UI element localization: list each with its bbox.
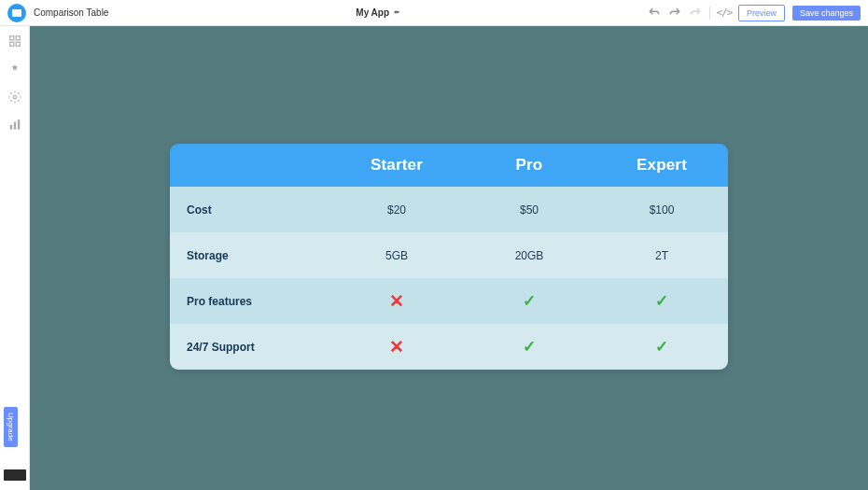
- svg-rect-0: [9, 36, 13, 40]
- preview-button[interactable]: Preview: [738, 5, 785, 21]
- grid-icon[interactable]: [7, 34, 22, 49]
- component-name: Comparison Table: [34, 7, 108, 18]
- upgrade-button[interactable]: Upgrade: [4, 407, 18, 447]
- topbar-actions: </> Preview Save changes: [648, 5, 861, 21]
- column-header: Starter: [330, 144, 463, 187]
- cell-value: 2T: [595, 232, 728, 278]
- svg-rect-3: [16, 42, 20, 46]
- row-label: Pro features: [170, 278, 330, 324]
- undo-icon[interactable]: [648, 7, 661, 20]
- cell-value: 5GB: [330, 232, 463, 278]
- cell-value: ✓: [595, 278, 728, 324]
- svg-point-4: [13, 95, 17, 99]
- save-changes-button[interactable]: Save changes: [792, 6, 861, 21]
- cell-value: ✓: [463, 278, 595, 324]
- cell-value: ✕: [330, 278, 463, 324]
- table-header-row: Starter Pro Expert: [170, 144, 728, 187]
- divider: [709, 7, 710, 20]
- cell-value: $20: [330, 187, 463, 232]
- table-row: 24/7 Support✕✓✓: [170, 324, 728, 370]
- column-header: Expert: [595, 144, 728, 187]
- pin-icon[interactable]: [7, 62, 22, 77]
- table-body: Cost$20$50$100Storage5GB20GB2TPro featur…: [170, 187, 728, 370]
- table-row: Storage5GB20GB2T: [170, 232, 728, 278]
- cell-value: $50: [463, 187, 595, 232]
- column-header: Pro: [463, 144, 595, 187]
- cell-value: $100: [595, 187, 728, 232]
- svg-rect-7: [17, 119, 19, 130]
- comparison-table[interactable]: Starter Pro Expert Cost$20$50$100Storage…: [170, 144, 728, 370]
- app-logo-icon[interactable]: [7, 4, 26, 22]
- cell-value: ✓: [595, 324, 728, 370]
- table-row: Pro features✕✓✓: [170, 278, 728, 324]
- main: Upgrade Starter Pro Expert Cost$20$50$10…: [0, 26, 868, 490]
- cell-value: ✕: [330, 324, 463, 370]
- code-icon[interactable]: </>: [718, 7, 731, 20]
- svg-rect-1: [16, 36, 20, 40]
- check-icon: ✓: [523, 337, 536, 357]
- left-sidebar: Upgrade: [0, 26, 30, 490]
- disabled-redo-icon: [689, 7, 702, 20]
- x-icon: ✕: [389, 336, 404, 357]
- row-label: 24/7 Support: [170, 324, 330, 370]
- pencil-icon[interactable]: ✎: [392, 8, 400, 17]
- stats-icon[interactable]: [7, 118, 22, 133]
- topbar: Comparison Table My App ✎ </> Preview Sa…: [0, 0, 868, 26]
- editor-canvas[interactable]: Starter Pro Expert Cost$20$50$100Storage…: [30, 26, 868, 490]
- svg-rect-5: [9, 125, 11, 130]
- x-icon: ✕: [389, 290, 404, 312]
- table-row: Cost$20$50$100: [170, 187, 728, 232]
- app-name-container: My App ✎: [116, 7, 640, 18]
- app-name[interactable]: My App: [356, 7, 389, 18]
- row-label: Storage: [170, 232, 330, 278]
- device-icon[interactable]: [4, 469, 26, 481]
- svg-rect-6: [13, 122, 15, 130]
- redo-icon[interactable]: [668, 7, 681, 20]
- header-blank: [170, 144, 330, 187]
- cell-value: ✓: [463, 324, 595, 370]
- cell-value: 20GB: [463, 232, 595, 278]
- svg-rect-2: [9, 42, 13, 46]
- gear-icon[interactable]: [7, 90, 22, 105]
- check-icon: ✓: [655, 291, 668, 311]
- row-label: Cost: [170, 187, 330, 232]
- check-icon: ✓: [523, 291, 536, 311]
- check-icon: ✓: [655, 337, 668, 357]
